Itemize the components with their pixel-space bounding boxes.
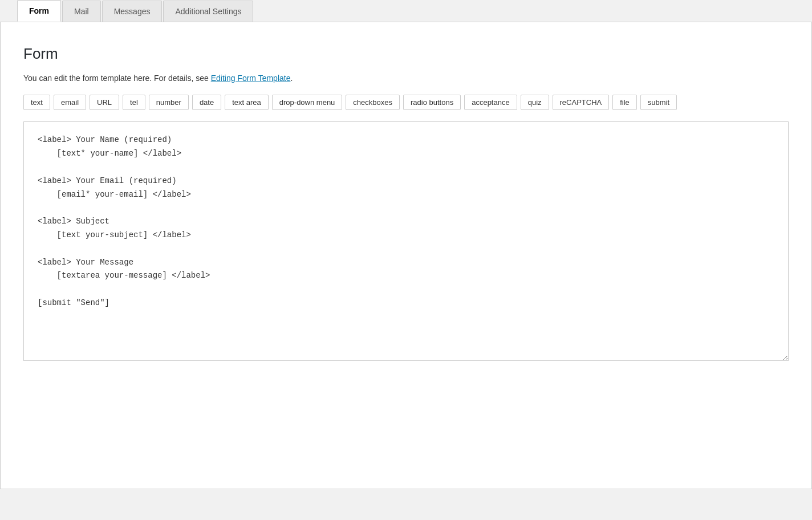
form-code-editor[interactable] bbox=[23, 121, 789, 361]
tabs-nav: FormMailMessagesAdditional Settings bbox=[0, 0, 812, 22]
tag-btn-checkboxes[interactable]: checkboxes bbox=[346, 95, 400, 110]
tag-buttons-row-1: textemailURLtelnumberdatetext areadrop-d… bbox=[23, 95, 789, 110]
tab-additional-settings[interactable]: Additional Settings bbox=[163, 1, 253, 22]
form-description: You can edit the form template here. For… bbox=[23, 72, 789, 84]
tab-content: Form You can edit the form template here… bbox=[0, 22, 812, 489]
tag-btn-acceptance[interactable]: acceptance bbox=[464, 95, 517, 110]
tag-btn-drop-down-menu[interactable]: drop-down menu bbox=[272, 95, 343, 110]
tab-messages[interactable]: Messages bbox=[102, 1, 163, 22]
tag-btn-text[interactable]: text bbox=[23, 95, 50, 110]
tag-btn-date[interactable]: date bbox=[192, 95, 221, 110]
tag-btn-recaptcha[interactable]: reCAPTCHA bbox=[553, 95, 610, 110]
tab-mail[interactable]: Mail bbox=[62, 1, 101, 22]
editing-form-template-link[interactable]: Editing Form Template bbox=[211, 74, 291, 83]
tag-btn-tel[interactable]: tel bbox=[123, 95, 145, 110]
tag-btn-radio-buttons[interactable]: radio buttons bbox=[403, 95, 461, 110]
tag-btn-email[interactable]: email bbox=[54, 95, 86, 110]
tag-btn-file[interactable]: file bbox=[612, 95, 637, 110]
page-wrapper: FormMailMessagesAdditional Settings Form… bbox=[0, 0, 812, 520]
description-prefix: You can edit the form template here. For… bbox=[23, 74, 211, 83]
form-section-title: Form bbox=[23, 45, 789, 63]
description-suffix: . bbox=[290, 74, 293, 83]
tag-btn-url[interactable]: URL bbox=[90, 95, 119, 110]
tag-btn-text-area[interactable]: text area bbox=[225, 95, 269, 110]
tag-btn-submit[interactable]: submit bbox=[640, 95, 677, 110]
tag-btn-number[interactable]: number bbox=[149, 95, 189, 110]
tag-btn-quiz[interactable]: quiz bbox=[521, 95, 549, 110]
tab-form[interactable]: Form bbox=[17, 0, 61, 22]
